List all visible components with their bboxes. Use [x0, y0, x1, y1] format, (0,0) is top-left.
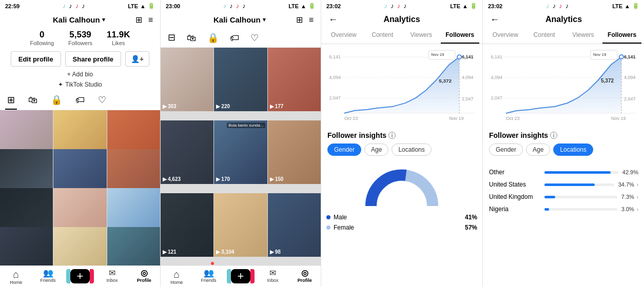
nav-create-2[interactable]: + — [225, 269, 257, 285]
tiktok-logo-2: ♪ ♪ ♪ ♪ — [223, 2, 246, 10]
time-3: 23:02 — [326, 3, 341, 9]
followers-stat[interactable]: 5,539 Followers — [68, 30, 92, 46]
nav-profile-2[interactable]: ◎ Profile — [289, 269, 321, 285]
svg-text:6,141: 6,141 — [624, 54, 636, 59]
signal-icons-2: LTE ▲ 🔋 — [288, 3, 316, 9]
battery-2: 🔋 — [308, 3, 316, 9]
p2-video-8[interactable]: ▶3,104 — [214, 193, 267, 257]
lock-icon[interactable]: 🔒 — [49, 91, 64, 110]
time-4: 23:02 — [488, 3, 502, 9]
fi-tab-age-3[interactable]: Age — [364, 144, 388, 156]
fi-tab-locations-3[interactable]: Locations — [392, 144, 431, 156]
tiktok-logo-1: ♪ ♪ ♪ ♪ — [63, 2, 85, 10]
tag-icon-2[interactable]: 🏷 — [228, 30, 241, 47]
nav-inbox-1[interactable]: ✉ Inbox — [96, 269, 128, 285]
heart-icon-2[interactable]: ♡ — [248, 29, 261, 47]
heart-icon[interactable]: ♡ — [96, 91, 108, 110]
gender-legend-3: Male 41% Female 57% — [321, 210, 482, 235]
menu-icon-1[interactable]: ≡ — [148, 15, 153, 25]
live-icon-2[interactable]: ⊞ — [296, 15, 303, 25]
nav-friends-2[interactable]: 👥 Friends — [192, 269, 224, 285]
tab-overview-3[interactable]: Overview — [324, 27, 363, 44]
p2-video-6[interactable]: ▶150 — [268, 120, 321, 184]
header-icons-1[interactable]: ⊞ ≡ — [135, 15, 153, 25]
analytics-tabs-4: Overview Content Viewers Followers — [483, 27, 644, 44]
signal-icons-1: LTE ▲ 🔋 — [128, 3, 155, 9]
female-dot — [326, 225, 330, 230]
grid-icon-2[interactable]: ⊟ — [166, 29, 178, 47]
lock-icon-2[interactable]: 🔒 — [205, 29, 221, 47]
p2-video-7[interactable]: ▶121 — [161, 193, 213, 257]
p2-video-5[interactable]: ▶170 Bula banlo sunda... — [214, 120, 267, 184]
p2-video-4[interactable]: ▶4,623 — [161, 120, 213, 184]
nav-profile-1[interactable]: ◎ Profile — [128, 269, 160, 285]
add-bio[interactable]: + Add bio — [0, 70, 160, 80]
edit-profile-button[interactable]: Edit profile — [11, 51, 61, 67]
p2-video-3[interactable]: ▶177 — [268, 48, 321, 111]
signal-2: ▲ — [301, 3, 306, 9]
fi-tab-gender-3[interactable]: Gender — [327, 144, 361, 156]
fi-tab-age-4[interactable]: Age — [526, 144, 550, 156]
bottom-nav-2: ⌂ Home 👥 Friends + ✉ Inbox ◎ Profile — [161, 265, 321, 287]
fi-tab-gender-4[interactable]: Gender — [489, 144, 523, 156]
tab-followers-4[interactable]: Followers — [602, 27, 641, 44]
fi-tabs-3: Gender Age Locations — [327, 144, 476, 156]
loc-row-uk: United Kingdom 7.3% › — [489, 191, 638, 203]
nav-friends-1[interactable]: 👥 Friends — [32, 269, 64, 285]
svg-text:Nov 19: Nov 19 — [611, 116, 626, 121]
nav-create-1[interactable]: + — [64, 269, 96, 285]
tag-icon[interactable]: 🏷 — [73, 92, 87, 110]
loc-bar-wrap-ng — [544, 208, 617, 211]
following-stat[interactable]: 0 Following — [30, 30, 54, 46]
content-nav-2: ⊟ 🛍 🔒 🏷 ♡ — [161, 27, 321, 48]
loc-row-other: Other 42.9% — [489, 166, 638, 178]
svg-text:2,047: 2,047 — [462, 96, 473, 101]
create-button-1[interactable]: + — [70, 269, 90, 283]
friends-icon-1: 👥 — [43, 269, 53, 277]
likes-stat[interactable]: 11.9K Likes — [107, 30, 130, 46]
info-icon-4: i — [550, 132, 557, 139]
back-button-3[interactable]: ← — [328, 14, 338, 25]
back-button-4[interactable]: ← — [490, 14, 499, 25]
grid-icon[interactable]: ⊞ — [5, 91, 17, 110]
p2-video-1[interactable]: ▶303 — [161, 48, 213, 111]
inbox-icon-1[interactable]: ⊞ — [135, 15, 142, 25]
p2-video-9[interactable]: ▶98 — [268, 193, 321, 257]
status-bar-2: 23:00 ♪ ♪ ♪ ♪ LTE ▲ 🔋 — [161, 0, 321, 12]
video-cell-12[interactable]: ▶98 — [107, 227, 160, 265]
tiktok-studio[interactable]: ✦ TikTok Studio — [0, 80, 160, 91]
tab-followers-3[interactable]: Followers — [441, 27, 480, 44]
content-nav-1: ⊞ 🛍 🔒 🏷 ♡ — [0, 91, 160, 110]
video-cell-10[interactable]: ▶121 — [0, 227, 53, 265]
p2-video-2[interactable]: ▶220 — [214, 48, 267, 111]
tab-overview-4[interactable]: Overview — [486, 27, 525, 44]
tab-content-4[interactable]: Content — [525, 27, 564, 44]
tab-viewers-4[interactable]: Viewers — [564, 27, 603, 44]
home-icon-1: ⌂ — [13, 269, 19, 279]
profile-nav-icon-2: ◎ — [301, 269, 308, 277]
fi-tab-locations-4[interactable]: Locations — [553, 144, 593, 156]
create-button-2[interactable]: + — [231, 269, 250, 283]
nav-inbox-2[interactable]: ✉ Inbox — [257, 269, 288, 285]
status-bar-4: 23:02 ♪ ♪ ♪ ♪ LTE▲🔋 — [483, 0, 644, 12]
loc-arrow-uk: › — [635, 194, 638, 200]
shop-icon[interactable]: 🛍 — [26, 92, 40, 110]
header-icons-2[interactable]: ⊞ ≡ — [296, 15, 314, 25]
shop-icon-2[interactable]: 🛍 — [185, 30, 198, 47]
profile-header-1: Kali Calhoun ▾ ⊞ ≡ — [0, 12, 160, 27]
video-grid-2: ▶303 ▶220 ▶177 ▶4,623 ▶170 Bula banlo su… — [161, 48, 321, 265]
menu-icon-2[interactable]: ≡ — [309, 15, 314, 25]
add-friend-button[interactable]: 👤+ — [125, 51, 149, 67]
username-2: Kali Calhoun ▾ — [213, 15, 266, 24]
loc-bar-us — [544, 183, 595, 186]
video-cell-11[interactable]: ▶3,104 — [53, 227, 106, 265]
tab-content-3[interactable]: Content — [363, 27, 402, 44]
nav-home-2[interactable]: ⌂ Home — [161, 269, 192, 285]
home-icon-2: ⌂ — [173, 269, 180, 279]
battery-1: 🔋 — [148, 3, 155, 9]
tab-viewers-3[interactable]: Viewers — [402, 27, 441, 44]
nav-home-1[interactable]: ⌂ Home — [0, 269, 32, 285]
svg-text:5,372: 5,372 — [601, 78, 614, 84]
studio-icon: ✦ — [58, 81, 63, 88]
share-profile-button[interactable]: Share profile — [65, 51, 121, 67]
